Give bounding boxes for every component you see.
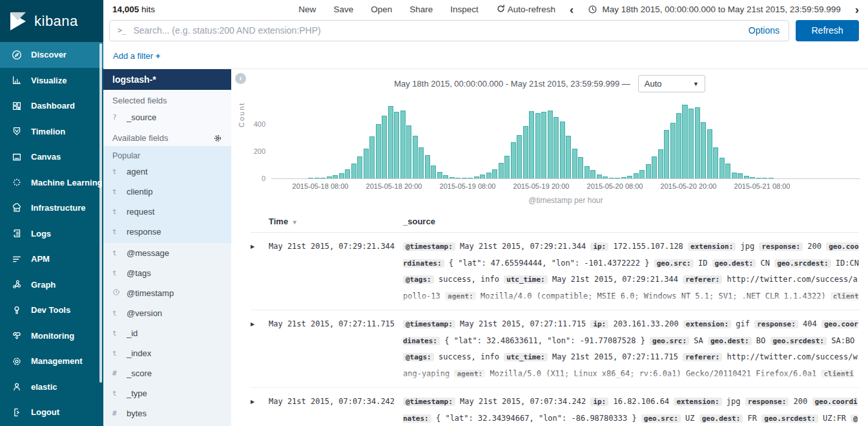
sort-caret-icon[interactable]: ▾: [293, 218, 296, 226]
histogram-bar[interactable]: [517, 135, 522, 178]
interval-select[interactable]: Auto ▼: [638, 75, 705, 92]
refresh-button[interactable]: Refresh: [796, 20, 859, 41]
histogram-bar[interactable]: [769, 178, 774, 179]
histogram-bar[interactable]: [315, 178, 320, 179]
histogram-bar[interactable]: [327, 176, 332, 178]
histogram-bar[interactable]: [688, 109, 694, 178]
histogram-bar[interactable]: [394, 112, 399, 178]
histogram-bar[interactable]: [664, 130, 669, 178]
field-item--message[interactable]: t@message: [103, 243, 231, 263]
kibana-logo[interactable]: kibana: [0, 0, 103, 42]
histogram-bar[interactable]: [744, 176, 749, 178]
histogram-bar[interactable]: [566, 136, 571, 178]
histogram-bar[interactable]: [584, 166, 590, 178]
histogram-bar[interactable]: [597, 175, 602, 178]
field-item--score[interactable]: #_score: [103, 363, 231, 383]
add-filter-button[interactable]: Add a filter +: [113, 51, 160, 61]
histogram-bar[interactable]: [560, 122, 565, 179]
histogram-bar[interactable]: [529, 111, 534, 178]
sidebar-item-logout[interactable]: Logout: [0, 399, 103, 425]
histogram-bar[interactable]: [413, 136, 418, 178]
nav-scrollbar[interactable]: [99, 43, 102, 383]
collapse-sidebar-icon[interactable]: ‹: [235, 73, 246, 84]
histogram-bar[interactable]: [578, 157, 583, 178]
histogram-bar[interactable]: [499, 163, 504, 178]
sidebar-item-infrastructure[interactable]: Infrastructure: [0, 195, 103, 221]
histogram-bar[interactable]: [738, 173, 743, 178]
field-item-clientip[interactable]: tclientip: [103, 182, 231, 202]
expand-row-icon[interactable]: ▶: [251, 239, 269, 310]
histogram-bar[interactable]: [382, 116, 387, 178]
histogram-bar[interactable]: [762, 178, 767, 179]
histogram-bar[interactable]: [333, 175, 338, 178]
expand-row-icon[interactable]: ▶: [251, 316, 269, 387]
new-menu-button[interactable]: New: [298, 5, 316, 14]
save-menu-button[interactable]: Save: [333, 5, 353, 14]
histogram-bar[interactable]: [553, 117, 559, 178]
sidebar-item-management[interactable]: Management: [0, 348, 103, 374]
sidebar-item-timelion[interactable]: Timelion: [0, 119, 103, 145]
field-item--timestamp[interactable]: @timestamp: [103, 283, 231, 303]
histogram-bar[interactable]: [308, 178, 313, 179]
field-item--source[interactable]: ?_source: [103, 107, 231, 127]
histogram-bar[interactable]: [400, 111, 406, 178]
histogram-bar[interactable]: [701, 122, 706, 178]
sidebar-item-apm[interactable]: APM: [0, 246, 103, 272]
histogram-bar[interactable]: [437, 172, 442, 178]
histogram-bar[interactable]: [732, 173, 737, 178]
histogram-bar[interactable]: [523, 126, 528, 178]
histogram-bar[interactable]: [357, 156, 362, 178]
histogram-bar[interactable]: [639, 170, 645, 178]
field-item--index[interactable]: t_index: [103, 343, 231, 363]
sidebar-item-discover[interactable]: Discover: [0, 42, 103, 68]
histogram-bar[interactable]: [609, 178, 614, 179]
field-item--version[interactable]: t@version: [103, 303, 231, 323]
sidebar-item-monitoring[interactable]: Monitoring: [0, 323, 103, 349]
histogram-bar[interactable]: [652, 156, 657, 178]
histogram-bar[interactable]: [364, 149, 369, 178]
histogram-bar[interactable]: [480, 175, 485, 178]
histogram-bar[interactable]: [450, 177, 455, 178]
histogram-bar[interactable]: [492, 169, 497, 178]
options-link[interactable]: Options: [749, 25, 781, 36]
histogram-bar[interactable]: [474, 176, 479, 178]
histogram-bar[interactable]: [548, 111, 553, 178]
auto-refresh-button[interactable]: Auto-refresh: [496, 4, 555, 14]
field-item-bytes[interactable]: #bytes: [103, 403, 231, 423]
histogram-bar[interactable]: [443, 175, 448, 178]
histogram-bar[interactable]: [615, 178, 620, 179]
histogram-bar[interactable]: [590, 170, 595, 178]
histogram-bar[interactable]: [511, 142, 516, 178]
histogram-bar[interactable]: [351, 164, 356, 178]
field-item--tags[interactable]: t@tags: [103, 263, 231, 283]
histogram-bar[interactable]: [376, 124, 381, 178]
histogram-bar[interactable]: [756, 178, 761, 179]
field-item-extension[interactable]: textension: [103, 423, 231, 426]
histogram-bar[interactable]: [431, 165, 436, 178]
sidebar-item-dev-tools[interactable]: Dev Tools: [0, 297, 103, 323]
histogram-bar[interactable]: [627, 176, 632, 178]
histogram-bar[interactable]: [658, 149, 663, 178]
open-menu-button[interactable]: Open: [371, 5, 392, 14]
sidebar-item-elastic[interactable]: elastic: [0, 374, 103, 400]
histogram-bar[interactable]: [406, 125, 411, 178]
histogram-bar[interactable]: [462, 178, 467, 179]
histogram-bar[interactable]: [455, 178, 460, 179]
field-item-agent[interactable]: tagent: [103, 162, 231, 182]
sidebar-item-logs[interactable]: Logs: [0, 221, 103, 247]
expand-row-icon[interactable]: ▶: [251, 394, 269, 426]
sidebar-item-dashboard[interactable]: Dashboard: [0, 93, 103, 119]
next-time-icon[interactable]: ›: [855, 3, 859, 16]
sidebar-item-visualize[interactable]: Visualize: [0, 68, 103, 94]
index-pattern-selector[interactable]: logstash-*: [103, 69, 231, 90]
sidebar-item-graph[interactable]: Graph: [0, 272, 103, 298]
field-item-response[interactable]: tresponse: [103, 222, 231, 242]
histogram-bar[interactable]: [725, 164, 730, 178]
histogram-bar[interactable]: [345, 169, 350, 178]
search-box[interactable]: >_ Options: [109, 20, 789, 41]
previous-time-icon[interactable]: ‹: [570, 3, 574, 16]
sidebar-item-canvas[interactable]: Canvas: [0, 144, 103, 170]
histogram-bar[interactable]: [541, 112, 546, 178]
sidebar-item-machine-learning[interactable]: Machine Learning: [0, 170, 103, 196]
histogram-bar[interactable]: [369, 136, 375, 178]
